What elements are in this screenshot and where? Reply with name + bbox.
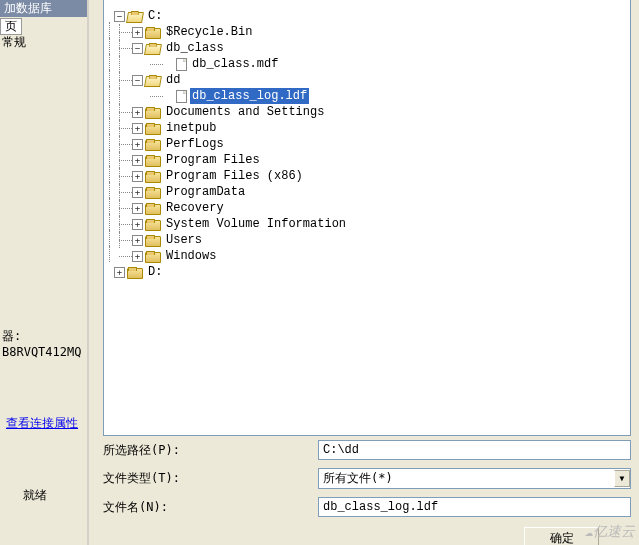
folder-closed-icon — [145, 220, 161, 231]
path-input[interactable] — [318, 440, 631, 460]
chevron-down-icon[interactable]: ▼ — [614, 470, 630, 487]
filetype-value: 所有文件(*) — [323, 470, 393, 487]
folder-closed-icon — [145, 124, 161, 135]
toggle-icon — [163, 91, 174, 102]
tree-node[interactable]: + Documents and Settings — [104, 104, 630, 120]
left-panel-header: 加数据库 — [0, 0, 87, 17]
tree-node[interactable]: + System Volume Information — [104, 216, 630, 232]
tree-node[interactable]: + Users — [104, 232, 630, 248]
path-label: 所选路径(P): — [103, 442, 318, 459]
toggle-icon[interactable]: + — [132, 27, 143, 38]
toggle-icon[interactable]: + — [114, 267, 125, 278]
tree-node[interactable]: + Recovery — [104, 200, 630, 216]
tree-label[interactable]: System Volume Information — [164, 216, 348, 232]
toggle-icon[interactable]: + — [132, 107, 143, 118]
folder-closed-icon — [145, 172, 161, 183]
tree-label[interactable]: dd — [164, 72, 182, 88]
tree-label[interactable]: PerfLogs — [164, 136, 226, 152]
tree-label[interactable]: Program Files — [164, 152, 262, 168]
filename-input[interactable] — [318, 497, 631, 517]
tree-node-selected[interactable]: db_class_log.ldf — [104, 88, 630, 104]
toggle-icon[interactable]: + — [132, 171, 143, 182]
tree-label[interactable]: db_class — [164, 40, 226, 56]
folder-closed-icon — [145, 28, 161, 39]
folder-open-icon — [144, 76, 162, 87]
folder-closed-icon — [145, 188, 161, 199]
filetype-select[interactable]: 所有文件(*) ▼ — [318, 468, 631, 489]
filetype-label: 文件类型(T): — [103, 470, 318, 487]
toggle-icon[interactable]: + — [132, 203, 143, 214]
toggle-icon[interactable]: + — [132, 187, 143, 198]
folder-closed-icon — [145, 140, 161, 151]
tree-node[interactable]: + Program Files — [104, 152, 630, 168]
tree-label[interactable]: Program Files (x86) — [164, 168, 305, 184]
tree-label[interactable]: $Recycle.Bin — [164, 24, 254, 40]
file-icon — [176, 58, 187, 71]
tree-label[interactable]: Documents and Settings — [164, 104, 326, 120]
toggle-icon[interactable]: + — [132, 123, 143, 134]
tree-label[interactable]: db_class.mdf — [190, 56, 280, 72]
tree-label[interactable]: Recovery — [164, 200, 226, 216]
tree-node[interactable]: + Windows — [104, 248, 630, 264]
tree-node[interactable]: − db_class — [104, 40, 630, 56]
tree-label[interactable]: Windows — [164, 248, 218, 264]
tree-node[interactable]: − dd — [104, 72, 630, 88]
toggle-icon[interactable]: + — [132, 139, 143, 150]
toggle-icon[interactable]: + — [132, 219, 143, 230]
watermark: ☁亿速云 — [585, 523, 635, 541]
left-tab-general[interactable]: 常规 — [0, 35, 28, 52]
toggle-icon[interactable]: + — [132, 251, 143, 262]
tree-label-selected[interactable]: db_class_log.ldf — [190, 88, 309, 104]
machine-label: 器: — [2, 328, 81, 345]
tree-label[interactable]: inetpub — [164, 120, 218, 136]
tree-node-d[interactable]: + D: — [104, 264, 630, 280]
folder-tree[interactable]: − C: + $Recycle.Bin − db_class — [103, 0, 631, 436]
tree-label[interactable]: Users — [164, 232, 204, 248]
tree-node[interactable]: + Program Files (x86) — [104, 168, 630, 184]
filename-label: 文件名(N): — [103, 499, 318, 516]
folder-closed-icon — [145, 108, 161, 119]
folder-closed-icon — [145, 252, 161, 263]
toggle-icon — [163, 59, 174, 70]
tree-node-c[interactable]: − C: — [104, 8, 630, 24]
toggle-icon[interactable]: + — [132, 155, 143, 166]
left-tab-page[interactable]: 页 — [0, 18, 22, 35]
folder-closed-icon — [127, 268, 143, 279]
view-connection-link[interactable]: 查看连接属性 — [6, 415, 78, 432]
folder-open-icon — [144, 44, 162, 55]
tree-node[interactable]: + $Recycle.Bin — [104, 24, 630, 40]
folder-closed-icon — [145, 204, 161, 215]
tree-node[interactable]: + inetpub — [104, 120, 630, 136]
toggle-icon[interactable]: + — [132, 235, 143, 246]
toggle-icon[interactable]: − — [132, 43, 143, 54]
machine-name: B8RVQT412MQ — [2, 345, 81, 359]
tree-node[interactable]: db_class.mdf — [104, 56, 630, 72]
folder-closed-icon — [145, 156, 161, 167]
tree-label[interactable]: ProgramData — [164, 184, 247, 200]
toggle-icon[interactable]: − — [132, 75, 143, 86]
folder-open-icon — [126, 12, 144, 23]
folder-closed-icon — [145, 236, 161, 247]
tree-label[interactable]: D: — [146, 264, 164, 280]
file-icon — [176, 90, 187, 103]
toggle-icon[interactable]: − — [114, 11, 125, 22]
tree-node[interactable]: + PerfLogs — [104, 136, 630, 152]
tree-label[interactable]: C: — [146, 8, 164, 24]
status-text: 就绪 — [23, 487, 47, 504]
tree-node[interactable]: + ProgramData — [104, 184, 630, 200]
